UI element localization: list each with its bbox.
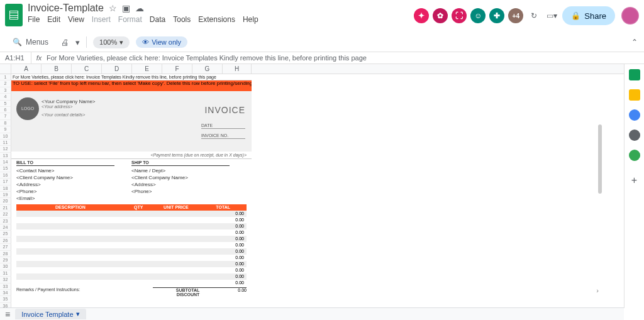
row-number[interactable]: 31 [0,270,11,277]
row-number[interactable]: 12 [0,146,11,152]
share-button[interactable]: 🔒Share [562,6,615,25]
spreadsheet-grid[interactable]: A B C D E F G H For More Varieties, plea… [0,64,624,308]
row-number[interactable]: 15 [0,165,11,172]
horizontal-scroll-right[interactable]: › [596,287,599,294]
row-1-text[interactable]: For More Varieties, please click here: I… [11,74,252,80]
sheet-tab-bar: ≡ Invoice Template ▾ [0,307,624,320]
history-icon[interactable]: ↻ [527,9,541,23]
row-number[interactable]: 26 [0,238,11,244]
col-H[interactable]: H [223,64,252,74]
row-number[interactable]: 20 [0,198,11,204]
row-number[interactable]: 1 [0,74,11,80]
menu-view[interactable]: View [68,15,84,24]
ext-icon-3[interactable]: ⛶ [452,8,467,23]
row-number[interactable]: 23 [0,218,11,224]
zoom-dropdown[interactable]: 100% ▾ [93,36,130,48]
row-number[interactable]: 28 [0,251,11,257]
menu-data[interactable]: Data [150,15,165,24]
account-avatar[interactable] [621,7,639,25]
print-icon[interactable]: 🖨 [61,38,69,47]
col-C[interactable]: C [72,64,102,74]
row-number[interactable]: 10 [0,133,11,140]
sidepanel-add-icon[interactable]: + [631,175,637,186]
sidepanel-keep-icon[interactable] [629,89,640,101]
row-number[interactable]: 7 [0,113,11,119]
menu-extensions[interactable]: Extensions [198,15,235,24]
formula-content[interactable]: For More Varieties, please click here: I… [47,54,644,62]
sidepanel-tasks-icon[interactable] [629,109,640,121]
row-number[interactable]: 22 [0,211,11,218]
item-row[interactable]: 0.00 [16,217,247,223]
row-number[interactable]: 35 [0,296,11,302]
menu-edit[interactable]: Edit [47,15,60,24]
row-number[interactable]: 27 [0,244,11,250]
col-D[interactable]: D [102,64,132,74]
sidepanel-maps-icon[interactable] [629,150,640,161]
sidepanel-calendar-icon[interactable] [629,69,640,80]
item-row[interactable]: 0.00 [16,255,247,261]
row-number[interactable]: 18 [0,185,11,192]
cloud-icon[interactable]: ☁ [135,3,144,13]
ext-icon-5[interactable]: ✚ [489,8,504,23]
toolbar-dropdown-icon[interactable]: ▾ [75,38,80,47]
all-sheets-icon[interactable]: ≡ [5,309,10,319]
item-row[interactable]: 0.00 [16,261,247,267]
viewonly-pill[interactable]: 👁View only [136,36,187,48]
row-number[interactable]: 9 [0,126,11,133]
row-number[interactable]: 2 [0,80,11,87]
document-title[interactable]: Invoice-Template [28,3,104,14]
menu-search[interactable]: 🔍Menus [6,35,55,49]
row-number[interactable]: 14 [0,159,11,165]
menu-help[interactable]: Help [243,15,258,24]
col-A[interactable]: A [11,64,42,74]
vertical-scrollbar[interactable] [597,124,602,294]
item-row[interactable]: 0.00 [16,223,247,229]
row-number[interactable]: 34 [0,290,11,296]
corner-cell[interactable] [0,64,11,74]
ext-icon-2[interactable]: ✿ [433,8,448,23]
col-G[interactable]: G [192,64,223,74]
row-number[interactable]: 24 [0,224,11,231]
row-number[interactable]: 3 [0,87,11,94]
row-number[interactable]: 11 [0,140,11,146]
item-row[interactable]: 0.00 [16,211,247,217]
row-number[interactable]: 19 [0,192,11,198]
row-number[interactable]: 16 [0,172,11,179]
move-icon[interactable]: ▣ [122,3,130,13]
row-number[interactable]: 21 [0,205,11,211]
row-number[interactable]: 33 [0,284,11,290]
ext-icon-4[interactable]: ☺ [470,8,486,23]
row-number[interactable]: 17 [0,179,11,185]
col-F[interactable]: F [162,64,192,74]
sheets-logo[interactable] [5,4,23,26]
row-number[interactable]: 32 [0,277,11,283]
cell-reference[interactable]: A1:H1 [0,52,31,63]
row-number[interactable]: 13 [0,153,11,159]
row-number[interactable]: 25 [0,231,11,237]
star-icon[interactable]: ☆ [109,3,117,13]
row-number[interactable]: 6 [0,107,11,113]
menu-tools[interactable]: Tools [173,15,191,24]
item-row[interactable]: 0.00 [16,280,247,286]
col-E[interactable]: E [132,64,162,74]
sheet-tab[interactable]: Invoice Template ▾ [15,309,86,319]
item-row[interactable]: 0.00 [16,273,247,280]
comments-icon[interactable]: ▭▾ [545,9,558,23]
row-number[interactable]: 4 [0,94,11,100]
ext-icon-more[interactable]: +4 [508,8,523,23]
item-row[interactable]: 0.00 [16,236,247,242]
row-2-instruction[interactable]: TO USE: select 'File' from top left menu… [11,80,252,87]
row-number[interactable]: 5 [0,101,11,107]
item-row[interactable]: 0.00 [16,242,247,248]
item-row[interactable]: 0.00 [16,267,247,273]
col-B[interactable]: B [42,64,72,74]
menu-file[interactable]: File [28,15,40,24]
ext-icon-1[interactable]: ✦ [414,8,429,23]
sidepanel-contacts-icon[interactable] [629,130,640,141]
row-number[interactable]: 29 [0,257,11,263]
item-row[interactable]: 0.00 [16,248,247,255]
collapse-toolbar-icon[interactable]: ⌃ [631,38,638,47]
row-number[interactable]: 8 [0,120,11,126]
item-row[interactable]: 0.00 [16,229,247,236]
row-number[interactable]: 30 [0,263,11,270]
